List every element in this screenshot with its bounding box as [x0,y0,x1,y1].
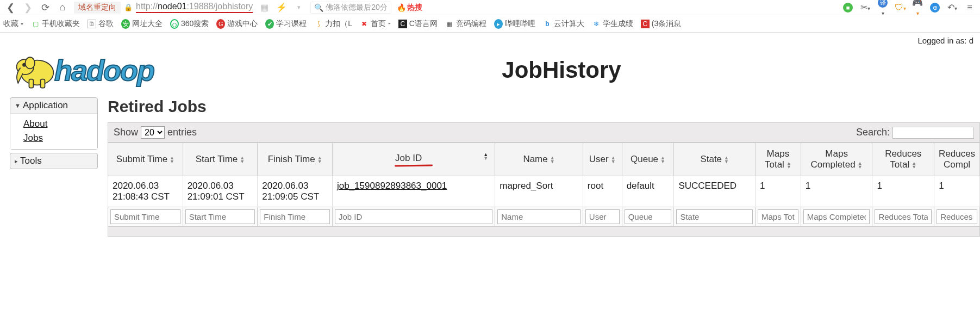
hot-search-tag[interactable]: 🔥 热搜 [397,3,422,13]
page-content: Logged in as: d hadoop JobHistory [0,33,980,237]
cell-reduces-completed: 1 [934,176,980,207]
shield-icon[interactable]: 🛡▾ [894,3,906,13]
cell-job-id: job_1590892893863_0001 [332,176,495,207]
col-maps-completed[interactable]: Maps Completed▲▼ [801,143,872,176]
bookmark-item[interactable]: ❄学生成绩 [592,19,633,29]
filter-finish-time[interactable] [260,209,330,224]
cell-submit-time: 2020.06.03 21:08:43 CST [108,176,183,207]
bookmark-item[interactable]: ▢手机收藏夹 [31,19,80,29]
page-size-control: Show 20 entries [114,126,197,139]
menu-icon[interactable]: ≡ [964,3,976,13]
col-start-time[interactable]: Start Time▲▼ [183,143,258,176]
bookmark-item[interactable]: ▸哔哩哔哩 [494,19,535,29]
forward-button[interactable]: ❯ [22,2,34,14]
filter-state[interactable] [676,209,753,224]
table-filter-row [108,207,980,227]
browser-search[interactable]: 🔍 佛洛依德最后20分 [310,2,391,14]
filter-name[interactable] [497,209,580,224]
svg-rect-2 [29,79,33,88]
page-title: JobHistory [154,57,969,83]
browser-toolbar: ❮ ❯ ⟳ ⌂ 域名重定向 🔒 http://node01:19888/jobh… [0,0,980,15]
bookmark-item[interactable]: CC语言网 [398,19,438,29]
sidebar-tools-panel: ▸ Tools [10,153,98,169]
col-maps-total[interactable]: Maps Total▲▼ [756,143,801,176]
col-finish-time[interactable]: Finish Time▲▼ [258,143,333,176]
chevron-down-icon: ▼ [15,102,21,109]
bookmark-item[interactable]: ▦竞码编程 [445,19,486,29]
bookmark-item[interactable]: G游戏中心 [216,19,258,29]
annotation-underline [395,164,433,166]
cell-user: root [583,176,622,207]
undo-dropdown-icon[interactable]: ↶▾ [946,2,958,13]
bookmark-item[interactable]: ✖首页 - [360,19,391,29]
table-search-input[interactable] [892,127,974,139]
scissors-icon[interactable]: ✂▾ [859,2,871,13]
col-state[interactable]: State▲▼ [674,143,756,176]
filter-start-time[interactable] [185,209,255,224]
login-status: Logged in as: d [0,33,980,45]
table-search: Search: [856,127,974,139]
col-user[interactable]: User▲▼ [583,143,622,176]
reload-button[interactable]: ⟳ [39,2,51,14]
page-size-select[interactable]: 20 [141,126,165,139]
url-host: node01 [158,2,186,11]
elephant-icon [11,48,59,92]
col-reduces-total[interactable]: Reduces Total▲▼ [872,143,934,176]
url-text: http://node01:19888/jobhistory [136,2,253,13]
url-scheme: http:// [136,2,158,11]
filter-submit-time[interactable] [110,209,180,224]
sidebar-link-about[interactable]: About [23,117,94,131]
col-job-id[interactable]: Job ID ▲▼ [332,143,495,176]
bookmark-item[interactable]: O360搜索 [170,19,209,29]
bookmark-item[interactable]: ✔学习课程 [265,19,307,29]
globe-icon[interactable]: ⊕ [929,2,941,13]
cell-start-time: 2020.06.03 21:09:01 CST [183,176,258,207]
redirect-chip: 域名重定向 [74,2,121,14]
filter-maps-total[interactable] [758,209,798,224]
table-header-row: Submit Time▲▼ Start Time▲▼ Finish Time▲▼… [108,143,980,176]
dropdown-icon[interactable]: ▾ [293,4,305,11]
datatable-controls: Show 20 entries Search: [108,122,980,142]
home-button[interactable]: ⌂ [57,2,68,13]
table-row: 2020.06.03 21:08:43 CST 2020.06.03 21:09… [108,176,980,207]
bookmark-item[interactable]: ⟆力扣（L [314,19,352,29]
cell-maps-completed: 1 [801,176,872,207]
col-name[interactable]: Name▲▼ [495,143,583,176]
address-bar[interactable]: 域名重定向 🔒 http://node01:19888/jobhistory [74,2,253,14]
col-submit-time[interactable]: Submit Time▲▼ [108,143,183,176]
url-path: :19888/jobhistory [186,2,253,11]
bookmark-item[interactable]: C(3条消息 [641,19,681,29]
filter-job-id[interactable] [335,209,492,224]
qr-icon[interactable]: ▦ [258,2,270,13]
filter-maps-completed[interactable] [803,209,870,224]
bookmarks-bar: 收藏 ▾ ▢手机收藏夹 🗎谷歌 安网址大全 O360搜索 G游戏中心 ✔学习课程… [0,15,980,33]
filter-reduces-completed[interactable] [937,209,977,224]
col-reduces-completed[interactable]: Reduces Compl [934,143,980,176]
favorites-label[interactable]: 收藏 ▾ [3,19,23,29]
sidebar-application-header[interactable]: ▼ Application [10,98,97,113]
game-icon[interactable]: 🎮▾ [912,0,923,17]
filter-reduces-total[interactable] [875,209,932,224]
chevron-right-icon: ▸ [15,158,18,165]
magnifier-icon: 🔍 [314,3,323,12]
jobs-table: Submit Time▲▼ Start Time▲▼ Finish Time▲▼… [108,142,980,227]
filter-queue[interactable] [625,209,672,224]
cell-name: mapred_Sort [495,176,583,207]
bookmark-item[interactable]: 🗎谷歌 [88,19,114,29]
cell-reduces-total: 1 [872,176,934,207]
col-queue[interactable]: Queue▲▼ [622,143,674,176]
sidebar-link-jobs[interactable]: Jobs [23,131,94,145]
search-placeholder: 佛洛依德最后20分 [326,3,388,13]
book-icon[interactable]: ■ [842,2,854,13]
translate-icon[interactable]: 译▾ [877,0,889,17]
sidebar-tools-header[interactable]: ▸ Tools [10,153,97,169]
bolt-icon[interactable]: ⚡ [276,2,288,13]
bookmark-item[interactable]: b云计算大 [543,19,584,29]
hadoop-logo: hadoop [11,48,154,92]
bookmark-item[interactable]: 安网址大全 [121,19,163,29]
job-link[interactable]: job_1590892893863_0001 [337,181,447,191]
cell-state: SUCCEEDED [674,176,756,207]
back-button[interactable]: ❮ [4,2,16,14]
sidebar: ▼ Application About Jobs ▸ Tools [10,97,98,237]
filter-user[interactable] [585,209,620,224]
